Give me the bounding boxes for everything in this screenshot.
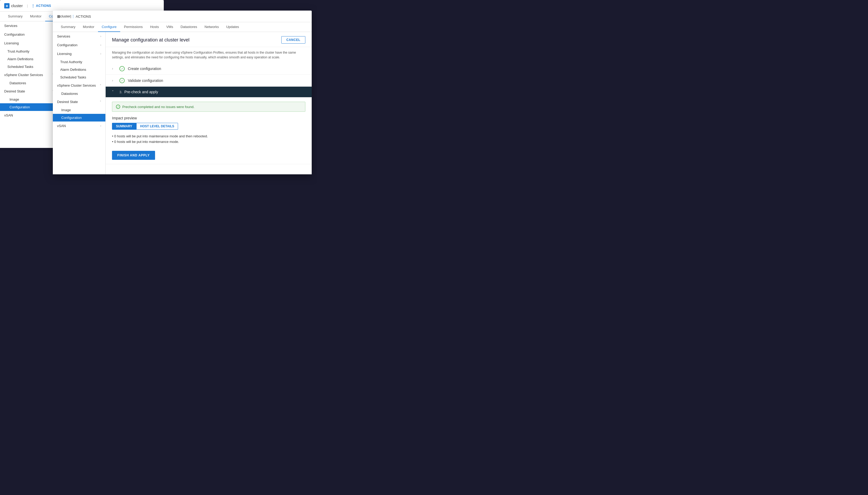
impact-tab-host-level[interactable]: HOST LEVEL DETAILS (136, 123, 178, 130)
bg-sidebar-configuration-active[interactable]: Configuration (0, 103, 58, 111)
modal-sidebar-datastores[interactable]: Datastores (53, 90, 105, 98)
bg-sidebar-licensing[interactable]: Licensing › (0, 39, 58, 48)
step-validate-configuration[interactable]: › ✓ Validate configuration (106, 75, 312, 87)
bg-sidebar-services[interactable]: Services › (0, 21, 58, 30)
bg-app-header: ▦ cluster | ⋮ ACTIONS (0, 0, 164, 12)
bg-sidebar-configuration[interactable]: Configuration › (0, 30, 58, 39)
modal-content-header: Manage configuration at cluster level CA… (106, 32, 312, 47)
step3-number: 3. (119, 90, 122, 94)
step3-expanded-content: ✓ Precheck completed and no issues were … (106, 98, 312, 164)
bg-sidebar-vsan[interactable]: vSAN › (0, 111, 58, 120)
modal-sidebar-scheduled-tasks[interactable]: Scheduled Tasks (53, 73, 105, 81)
modal-cluster-icon: ▦ (57, 14, 60, 18)
modal-sidebar-desired-state[interactable]: Desired State ˅ (53, 98, 105, 106)
bg-sidebar-scheduled-tasks[interactable]: Scheduled Tasks (0, 63, 58, 70)
modal-tab-vms[interactable]: VMs (163, 22, 177, 32)
finish-and-apply-button[interactable]: FINISH AND APPLY (112, 151, 155, 160)
steps-container: › ✓ Create configuration › ✓ Validate co… (106, 63, 312, 164)
modal-vcs-chevron-icon: ˅ (100, 84, 101, 87)
modal-actions-dots-icon: ⋮ (71, 14, 75, 18)
modal-tab-networks[interactable]: Networks (201, 22, 222, 32)
modal-licensing-chevron-icon: › (100, 52, 101, 55)
step2-label: Validate configuration (128, 79, 163, 83)
step3-label: Pre-check and apply (124, 90, 158, 94)
modal-sidebar-trust-authority[interactable]: Trust Authority (53, 58, 105, 66)
bg-sidebar-vsphere-cluster-services[interactable]: vSphere Cluster Services ˅ (0, 70, 58, 79)
bg-sidebar-datastores[interactable]: Datastores (0, 79, 58, 87)
step2-check-icon: ✓ (119, 78, 125, 83)
modal-tab-hosts[interactable]: Hosts (146, 22, 163, 32)
impact-bullet-2: 0 hosts will be put into maintenance mod… (112, 139, 305, 144)
modal-tab-updates[interactable]: Updates (222, 22, 242, 32)
step2-chevron-icon: › (112, 79, 117, 82)
bg-tab-summary[interactable]: Summary (4, 12, 27, 21)
modal-sidebar-vsphere-cluster-services[interactable]: vSphere Cluster Services ˅ (53, 81, 105, 90)
modal-sidebar-services[interactable]: Services › (53, 32, 105, 41)
bg-sidebar-alarm-definitions[interactable]: Alarm Definitions (0, 55, 58, 63)
modal-services-chevron-icon: › (100, 35, 101, 38)
modal-desired-chevron-icon: ˅ (100, 100, 101, 103)
step1-chevron-icon: › (112, 67, 117, 70)
modal-nav-tabs: Summary Monitor Configure Permissions Ho… (53, 22, 312, 32)
bg-sidebar-desired-state[interactable]: Desired State ˅ (0, 87, 58, 96)
modal-config-chevron-icon: › (100, 44, 101, 47)
impact-tab-row: SUMMARY HOST LEVEL DETAILS (112, 123, 305, 130)
modal-sidebar-vsan[interactable]: vSAN › (53, 121, 105, 130)
impact-tab-summary[interactable]: SUMMARY (112, 123, 136, 130)
modal-content-title: Manage configuration at cluster level (112, 37, 189, 43)
modal-sidebar: Services › Configuration › Licensing › T… (53, 32, 106, 174)
bg-sidebar-image[interactable]: Image (0, 96, 58, 103)
step3-chevron-icon: ˅ (112, 90, 117, 94)
bg-tab-monitor[interactable]: Monitor (27, 12, 45, 21)
cancel-button[interactable]: CANCEL (281, 36, 305, 44)
modal-tab-summary[interactable]: Summary (57, 22, 79, 32)
modal-tab-monitor[interactable]: Monitor (79, 22, 98, 32)
page-wrapper: ▦ cluster | ⋮ ACTIONS Summary Monitor Co… (0, 0, 317, 185)
modal-sidebar-configuration-active[interactable]: Configuration (53, 114, 105, 121)
bg-sidebar-trust-authority[interactable]: Trust Authority (0, 48, 58, 55)
modal-sidebar-image[interactable]: Image (53, 106, 105, 114)
modal-tab-permissions[interactable]: Permissions (120, 22, 146, 32)
modal-actions-button[interactable]: ⋮ ACTIONS (71, 14, 91, 18)
modal-sidebar-alarm-definitions[interactable]: Alarm Definitions (53, 66, 105, 73)
bg-cluster-icon: ▦ (4, 3, 10, 8)
precheck-check-icon: ✓ (116, 105, 120, 109)
modal-sidebar-configuration[interactable]: Configuration › (53, 41, 105, 49)
impact-bullet-1: 0 hosts will be put into maintenance mod… (112, 133, 305, 139)
modal-cluster-name: cluster (60, 14, 70, 18)
modal-main-content: Manage configuration at cluster level CA… (106, 32, 312, 174)
modal-sidebar-licensing[interactable]: Licensing › (53, 49, 105, 58)
step1-label: Create configuration (128, 67, 161, 71)
bg-divider: | (27, 4, 28, 8)
step-create-configuration[interactable]: › ✓ Create configuration (106, 63, 312, 75)
impact-bullet-list: 0 hosts will be put into maintenance mod… (112, 133, 305, 144)
modal-content-description: Managing the configuration at cluster le… (106, 47, 312, 63)
modal-vsan-chevron-icon: › (100, 124, 101, 127)
step-precheck-apply[interactable]: ˅ 3. Pre-check and apply (106, 87, 312, 98)
precheck-success-message: ✓ Precheck completed and no issues were … (112, 102, 305, 112)
bg-actions-button[interactable]: ⋮ ACTIONS (31, 4, 51, 8)
modal-app-header: ▦ cluster | ⋮ ACTIONS (53, 11, 312, 22)
bg-cluster-name: cluster (11, 3, 23, 8)
step1-check-icon: ✓ (119, 66, 125, 71)
modal-window: ▦ cluster | ⋮ ACTIONS Summary Monitor Co… (53, 11, 312, 174)
impact-preview-title: Impact preview (112, 116, 305, 120)
bg-actions-dots-icon: ⋮ (31, 4, 35, 8)
bg-sidebar: Services › Configuration › Licensing › T… (0, 21, 58, 148)
modal-tab-configure[interactable]: Configure (98, 22, 120, 32)
modal-body: Services › Configuration › Licensing › T… (53, 32, 312, 174)
modal-tab-datastores[interactable]: Datastores (177, 22, 201, 32)
